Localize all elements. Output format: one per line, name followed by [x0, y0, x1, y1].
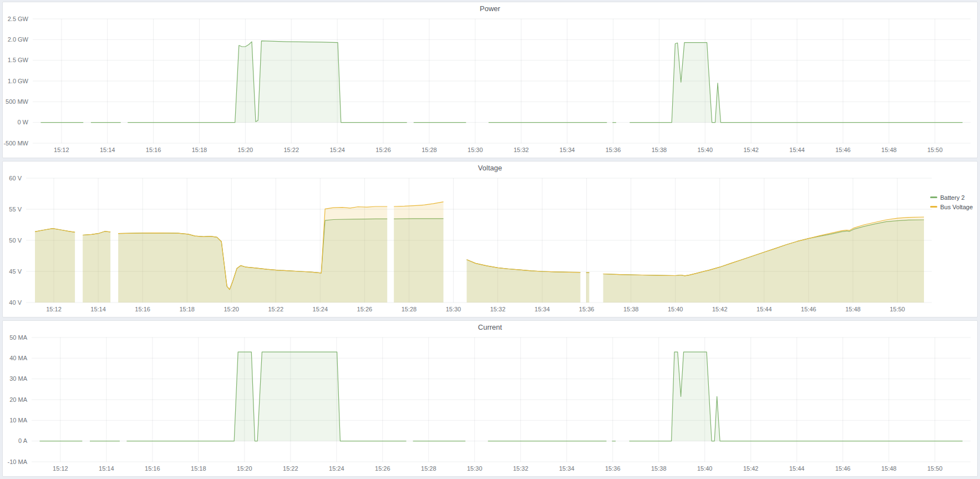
legend-item-bus-voltage[interactable]: Bus Voltage	[930, 202, 973, 211]
series-area	[603, 217, 924, 302]
x-tick-label: 15:50	[927, 147, 943, 153]
x-tick-label: 15:18	[191, 465, 206, 472]
power-chart[interactable]: 2.5 GW2.0 GW1.5 GW1.0 GW500 MW0 W-500 MW…	[3, 16, 977, 158]
x-tick-label: 15:20	[224, 306, 239, 312]
y-tick-label: 20 MA	[9, 396, 27, 403]
x-tick-label: 15:30	[468, 147, 483, 153]
x-tick-label: 15:16	[145, 465, 160, 472]
y-tick-label: 0 A	[18, 437, 28, 444]
series-area	[126, 352, 406, 441]
power-plot-svg[interactable]: 2.5 GW2.0 GW1.5 GW1.0 GW500 MW0 W-500 MW…	[3, 16, 977, 158]
legend-swatch-icon	[930, 206, 937, 208]
legend: Battery 2Bus Voltage	[930, 193, 973, 211]
series-area	[629, 43, 962, 123]
x-tick-label: 15:32	[514, 147, 529, 153]
x-tick-label: 15:18	[192, 147, 207, 153]
x-tick-label: 15:24	[313, 306, 328, 312]
x-tick-label: 15:44	[789, 465, 805, 472]
y-tick-label: 50 MA	[9, 334, 27, 341]
x-tick-label: 15:36	[606, 147, 621, 153]
y-tick-label: 50 V	[9, 237, 22, 244]
x-tick-label: 15:12	[53, 465, 68, 472]
current-chart[interactable]: 50 MA40 MA30 MA20 MA10 MA0 A-10 MA15:121…	[3, 334, 977, 476]
x-tick-label: 15:40	[668, 306, 683, 312]
x-tick-label: 15:32	[513, 465, 529, 472]
series-area	[394, 202, 443, 302]
y-tick-label: 1.0 GW	[8, 78, 29, 84]
x-tick-label: 15:26	[375, 465, 390, 472]
panel-voltage: Voltage 60 V55 V50 V45 V40 V15:1215:1415…	[2, 161, 978, 317]
x-tick-label: 15:24	[329, 147, 345, 153]
y-tick-label: 55 V	[9, 206, 22, 213]
x-tick-label: 15:26	[357, 306, 373, 312]
series-area	[467, 260, 581, 302]
series-area	[35, 229, 75, 302]
x-tick-label: 15:42	[743, 147, 759, 153]
panel-title-current[interactable]: Current	[3, 321, 977, 334]
y-tick-label: 500 MW	[6, 98, 29, 105]
x-tick-label: 15:34	[559, 465, 575, 472]
x-tick-label: 15:36	[605, 465, 621, 472]
series-area	[128, 41, 407, 123]
x-tick-label: 15:40	[697, 465, 713, 472]
x-tick-label: 15:30	[446, 306, 461, 312]
y-tick-label: 30 MA	[9, 375, 27, 382]
x-tick-label: 15:16	[135, 306, 150, 312]
x-tick-label: 15:32	[490, 306, 506, 312]
voltage-plot-svg[interactable]: 60 V55 V50 V45 V40 V15:1215:1415:1615:18…	[3, 175, 977, 317]
panel-current: Current 50 MA40 MA30 MA20 MA10 MA0 A-10 …	[2, 320, 978, 477]
voltage-chart[interactable]: 60 V55 V50 V45 V40 V15:1215:1415:1615:18…	[3, 175, 977, 317]
x-tick-label: 15:38	[651, 465, 667, 472]
y-tick-label: 1.5 GW	[8, 57, 29, 63]
x-tick-label: 15:40	[698, 147, 713, 153]
legend-label: Battery 2	[940, 194, 964, 201]
x-tick-label: 15:28	[422, 147, 437, 153]
x-tick-label: 15:28	[421, 465, 436, 472]
y-tick-label: 40 V	[9, 299, 22, 306]
x-tick-label: 15:34	[535, 306, 550, 312]
x-tick-label: 15:46	[801, 306, 816, 312]
y-tick-label: 40 MA	[9, 355, 27, 361]
series-area	[118, 206, 387, 302]
x-tick-label: 15:26	[375, 147, 391, 153]
series-area	[586, 273, 590, 302]
legend-swatch-icon	[930, 196, 937, 198]
x-tick-label: 15:44	[789, 147, 805, 153]
x-tick-label: 15:48	[881, 465, 897, 472]
x-tick-label: 15:22	[284, 147, 299, 153]
x-tick-label: 15:12	[54, 147, 69, 153]
y-tick-label: 2.0 GW	[8, 36, 29, 43]
x-tick-label: 15:44	[756, 306, 772, 312]
x-tick-label: 15:14	[100, 147, 115, 153]
x-tick-label: 15:38	[652, 147, 667, 153]
x-tick-label: 15:48	[845, 306, 861, 312]
x-tick-label: 15:24	[329, 465, 344, 472]
legend-label: Bus Voltage	[940, 204, 973, 210]
y-tick-label: 2.5 GW	[8, 16, 29, 22]
x-tick-label: 15:50	[890, 306, 905, 312]
x-tick-label: 15:18	[179, 306, 195, 312]
x-tick-label: 15:46	[835, 147, 851, 153]
x-tick-label: 15:16	[146, 147, 161, 153]
x-tick-label: 15:42	[743, 465, 759, 472]
y-tick-label: 45 V	[9, 268, 22, 275]
x-tick-label: 15:46	[835, 465, 851, 472]
x-tick-label: 15:48	[881, 147, 897, 153]
y-tick-label: -500 MW	[3, 140, 28, 147]
x-tick-label: 15:14	[99, 465, 114, 472]
y-tick-label: 0 W	[17, 119, 28, 125]
y-tick-label: 60 V	[9, 175, 22, 181]
x-tick-label: 15:34	[560, 147, 575, 153]
x-tick-label: 15:30	[467, 465, 483, 472]
x-tick-label: 15:22	[268, 306, 284, 312]
panel-title-voltage[interactable]: Voltage	[3, 162, 977, 175]
series-area	[629, 352, 963, 441]
panel-title-power[interactable]: Power	[3, 2, 977, 16]
x-tick-label: 15:50	[927, 465, 943, 472]
series-area	[83, 231, 110, 302]
current-plot-svg[interactable]: 50 MA40 MA30 MA20 MA10 MA0 A-10 MA15:121…	[3, 334, 977, 476]
x-tick-label: 15:20	[237, 465, 252, 472]
x-tick-label: 15:14	[90, 306, 106, 312]
legend-item-battery-2[interactable]: Battery 2	[930, 193, 973, 202]
y-tick-label: 10 MA	[9, 417, 27, 423]
